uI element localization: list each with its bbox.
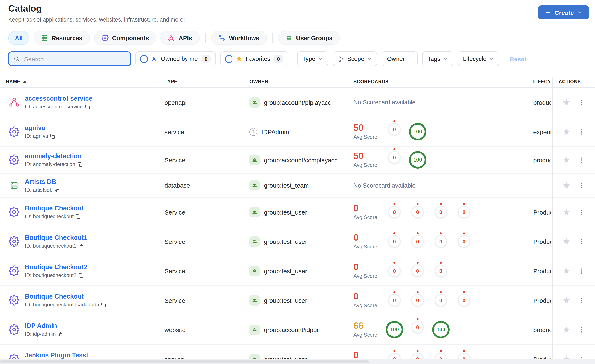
favorite-star-icon[interactable] xyxy=(562,208,571,216)
favorite-star-icon[interactable] xyxy=(562,325,571,334)
scorecard-circle[interactable]: 100 xyxy=(409,123,426,140)
scorecard-circle[interactable]: 0 xyxy=(458,235,470,248)
scorecard-circle[interactable]: 0 xyxy=(388,294,401,307)
tab-apis[interactable]: APIs xyxy=(161,31,200,45)
favorite-star-icon[interactable] xyxy=(562,98,571,106)
entity-name-link[interactable]: agniva xyxy=(25,124,45,131)
copy-icon[interactable] xyxy=(77,162,82,167)
owner-name[interactable]: group:test_user xyxy=(264,297,307,304)
owner-name[interactable]: group:test_user xyxy=(264,238,307,245)
owned-by-me-checkbox[interactable] xyxy=(141,55,148,62)
reset-filters-button[interactable]: Reset xyxy=(510,55,527,62)
copy-icon[interactable] xyxy=(55,187,59,192)
scorecard-circle[interactable]: 0 xyxy=(458,294,470,307)
scorecard-circle[interactable]: 0 xyxy=(411,353,424,359)
scorecard-circle[interactable]: 0 xyxy=(435,265,447,277)
copy-icon[interactable] xyxy=(50,134,55,139)
scorecard-circle[interactable]: 0 xyxy=(411,265,424,277)
entity-name-link[interactable]: anomaly-detection xyxy=(25,152,82,160)
scorecard-circle[interactable]: 0 xyxy=(458,206,470,218)
entity-name-link[interactable]: Artists DB xyxy=(25,178,56,185)
kebab-menu-icon[interactable] xyxy=(578,267,585,274)
column-header-scorecards[interactable]: SCORECARDS xyxy=(354,79,389,84)
owner-dropdown[interactable]: Owner xyxy=(382,51,418,66)
kebab-menu-icon[interactable] xyxy=(578,356,585,359)
copy-icon[interactable] xyxy=(58,332,63,337)
favorites-checkbox[interactable] xyxy=(225,55,232,62)
owner-name[interactable]: group:account/ccmplayacc xyxy=(264,156,338,163)
favorite-star-icon[interactable] xyxy=(562,127,571,136)
kebab-menu-icon[interactable] xyxy=(578,297,585,304)
tab-resources[interactable]: Resources xyxy=(33,31,90,45)
kebab-menu-icon[interactable] xyxy=(578,156,585,163)
scorecard-circle[interactable]: 100 xyxy=(432,321,450,338)
horizontal-scrollbar[interactable] xyxy=(0,359,595,364)
entity-name-link[interactable]: Boutique Checkout xyxy=(25,204,84,212)
owner-name[interactable]: group:test_user xyxy=(264,209,307,216)
tab-user-groups[interactable]: User Groups xyxy=(278,31,340,45)
favorite-star-icon[interactable] xyxy=(562,355,571,359)
scope-dropdown[interactable]: Scope xyxy=(333,51,377,66)
kebab-menu-icon[interactable] xyxy=(578,326,585,333)
entity-name-link[interactable]: Boutique Checkout2 xyxy=(25,263,87,270)
scrollbar-thumb[interactable] xyxy=(0,360,369,363)
entity-name-link[interactable]: Boutique Checkout1 xyxy=(25,234,87,241)
scorecard-circle[interactable]: 0 xyxy=(388,235,401,248)
scorecard-circle[interactable]: 0 xyxy=(411,235,424,248)
scorecard-circle[interactable]: 0 xyxy=(388,265,401,277)
favorites-filter[interactable]: Favorites 0 xyxy=(220,51,288,66)
scorecard-circle[interactable]: 0 xyxy=(388,353,401,359)
copy-icon[interactable] xyxy=(101,302,106,307)
scorecard-circle[interactable]: 0 xyxy=(435,235,447,248)
kebab-menu-icon[interactable] xyxy=(578,238,585,245)
scorecard-circle[interactable]: 0 xyxy=(411,206,424,218)
scorecard-circle[interactable]: 0 xyxy=(435,294,447,307)
copy-icon[interactable] xyxy=(78,244,84,248)
owner-name[interactable]: group:test_user xyxy=(264,267,307,274)
scorecard-circle[interactable]: 0 xyxy=(388,206,401,218)
kebab-menu-icon[interactable] xyxy=(578,209,585,216)
tags-dropdown[interactable]: Tags xyxy=(422,51,453,66)
tab-components[interactable]: Components xyxy=(94,31,156,45)
owner-name[interactable]: group:test_team xyxy=(264,182,309,189)
kebab-menu-icon[interactable] xyxy=(578,182,585,189)
scorecard-circle[interactable]: 100 xyxy=(409,151,426,168)
owned-by-me-filter[interactable]: Owned by me 0 xyxy=(135,51,216,66)
scorecard-circle[interactable]: 0 xyxy=(435,206,447,218)
type-dropdown[interactable]: Type xyxy=(297,51,328,66)
entity-name-link[interactable]: accesscontrol-service xyxy=(25,95,92,102)
scorecard-circle[interactable]: 100 xyxy=(386,321,403,338)
kebab-menu-icon[interactable] xyxy=(578,99,585,106)
column-header-type[interactable]: TYPE xyxy=(164,79,177,84)
favorite-star-icon[interactable] xyxy=(562,237,571,245)
entity-name-link[interactable]: IDP Admin xyxy=(25,322,57,329)
entity-name-link[interactable]: Boutique Checkout xyxy=(25,293,84,300)
kebab-menu-icon[interactable] xyxy=(578,128,585,135)
scorecard-circle[interactable]: 0 xyxy=(435,353,447,359)
favorite-star-icon[interactable] xyxy=(562,181,571,189)
column-header-owner[interactable]: OWNER xyxy=(249,79,268,84)
copy-icon[interactable] xyxy=(78,273,84,278)
scorecard-circle[interactable]: 0 xyxy=(388,151,401,164)
scorecard-circle[interactable]: 0 xyxy=(411,294,424,307)
copy-icon[interactable] xyxy=(85,104,90,109)
create-button[interactable]: Create xyxy=(538,5,589,20)
search-input[interactable] xyxy=(23,55,126,63)
owner-name[interactable]: group:test_user xyxy=(264,356,307,359)
column-header-lifecycle[interactable]: LIFECYC xyxy=(533,79,552,84)
tab-all[interactable]: All xyxy=(8,31,29,45)
tab-workflows[interactable]: Workflows xyxy=(211,31,267,45)
favorite-star-icon[interactable] xyxy=(562,156,571,164)
owner-name[interactable]: group:account/idpui xyxy=(264,326,318,333)
copy-icon[interactable] xyxy=(76,214,81,219)
scorecard-circle[interactable]: 0 xyxy=(458,353,470,359)
entity-name-link[interactable]: Jenkins Plugin Tesst xyxy=(25,352,88,359)
favorite-star-icon[interactable] xyxy=(562,296,571,304)
scorecard-circle[interactable]: 0 xyxy=(411,321,424,333)
column-header-name[interactable]: NAME xyxy=(6,79,27,84)
owner-name[interactable]: group:account/plplayacc xyxy=(264,99,331,106)
lifecycle-dropdown[interactable]: Lifecycle xyxy=(458,51,499,66)
owner-name[interactable]: IDPAdmin xyxy=(262,128,289,135)
favorite-star-icon[interactable] xyxy=(562,267,571,275)
scorecard-circle[interactable]: 0 xyxy=(388,123,401,135)
